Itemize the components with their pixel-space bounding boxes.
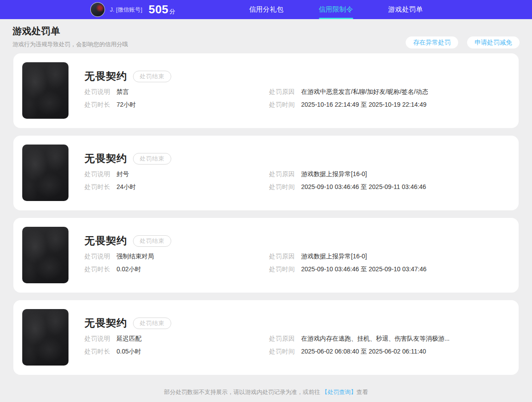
description-label: 处罚说明 [85,253,117,261]
user-info: J. [微信账号] 505 分 [90,0,175,19]
game-title: 无畏契约 [85,234,127,248]
page-subtitle: 游戏行为违规导致处罚，会影响您的信用分哦 [12,40,128,48]
reason-label: 处罚原因 [269,170,301,178]
duration-value: 72小时 [117,101,136,109]
description-label: 处罚说明 [85,88,117,96]
game-thumbnail [22,145,69,201]
reason-label: 处罚原因 [269,88,301,96]
reason-value: 游戏数据上报异常[16-0] [301,253,367,261]
user-name: J. [微信账号] [110,6,142,14]
duration-value: 0.05小时 [117,348,141,356]
top-header: J. [微信账号] 505 分 信用分礼包 信用限制令 游戏处罚单 [0,0,532,19]
game-title: 无畏契约 [85,152,127,165]
duration-label: 处罚时长 [85,101,117,109]
page-head: 游戏处罚单 游戏行为违规导致处罚，会影响您的信用分哦 [12,25,128,48]
footer-text-before: 部分处罚数据不支持展示，请以游戏内处罚记录为准，或前往 [164,389,322,395]
status-badge: 处罚结束 [133,318,171,329]
abnormal-punishment-button[interactable]: 存在异常处罚 [406,36,458,48]
description-value: 封号 [117,170,129,178]
time-value: 2025-09-10 03:46:46 至 2025-09-10 03:47:4… [301,265,427,273]
nav-tab[interactable]: 信用分礼包 [249,0,284,19]
duration-label: 处罚时长 [85,348,117,356]
game-title: 无畏契约 [85,69,127,83]
punishment-card: 无畏契约 处罚结束 处罚说明 封号 处罚时长 24小时 处罚原因 游戏数据上报异… [13,136,519,210]
status-badge: 处罚结束 [133,235,171,247]
game-thumbnail [22,62,69,119]
page-title: 游戏处罚单 [12,25,128,37]
status-badge: 处罚结束 [133,153,171,165]
time-label: 处罚时间 [269,183,301,191]
footer-note: 部分处罚数据不支持展示，请以游戏内处罚记录为准，或前往 【处罚查询】查看 [0,388,532,396]
reason-value: 在游戏中恶意发言/私聊/加好友/昵称/签名/动态 [301,88,428,96]
reason-label: 处罚原因 [269,253,301,261]
description-label: 处罚说明 [85,170,117,178]
reason-value: 在游戏内存在逃跑、挂机、秒退、伤害队友等消极游... [301,335,450,343]
punishment-card: 无畏契约 处罚结束 处罚说明 延迟匹配 处罚时长 0.05小时 处罚原因 在游戏… [13,300,519,375]
apply-reduction-button[interactable]: 申请处罚减免 [467,36,520,48]
duration-value: 24小时 [117,183,136,191]
reason-label: 处罚原因 [269,335,301,343]
duration-value: 0.02小时 [117,265,141,273]
time-label: 处罚时间 [269,101,301,109]
credit-score: 505 [149,3,169,16]
time-value: 2025-06-02 06:08:40 至 2025-06-02 06:11:4… [301,348,426,356]
punishment-card: 无畏契约 处罚结束 处罚说明 强制结束对局 处罚时长 0.02小时 处罚原因 游… [13,218,519,293]
page-actions: 存在异常处罚 申请处罚减免 [406,36,520,48]
description-label: 处罚说明 [85,335,117,343]
description-value: 禁言 [117,88,129,96]
credit-score-unit: 分 [169,8,175,16]
punishment-query-link[interactable]: 【处罚查询】 [322,389,356,395]
avatar [90,2,105,17]
game-thumbnail [22,309,69,366]
description-value: 强制结束对局 [117,253,154,261]
game-thumbnail [22,227,69,283]
nav-tab[interactable]: 信用限制令 [319,0,354,19]
nav-tabs: 信用分礼包 信用限制令 游戏处罚单 [249,0,423,19]
nav-tab[interactable]: 游戏处罚单 [388,0,423,19]
game-title: 无畏契约 [85,316,127,330]
time-value: 2025-09-10 03:46:46 至 2025-09-11 03:46:4… [301,183,426,191]
duration-label: 处罚时长 [85,183,117,191]
footer-text-after: 查看 [356,389,368,395]
status-badge: 处罚结束 [133,71,171,82]
punishment-card: 无畏契约 处罚结束 处罚说明 禁言 处罚时长 72小时 处罚原因 在游戏中恶意发… [13,53,519,128]
time-value: 2025-10-16 22:14:49 至 2025-10-19 22:14:4… [301,101,427,109]
reason-value: 游戏数据上报异常[16-0] [301,170,367,178]
duration-label: 处罚时长 [85,265,117,273]
time-label: 处罚时间 [269,265,301,273]
time-label: 处罚时间 [269,348,301,356]
punishment-list: 无畏契约 处罚结束 处罚说明 禁言 处罚时长 72小时 处罚原因 在游戏中恶意发… [13,53,519,382]
description-value: 延迟匹配 [117,335,141,343]
